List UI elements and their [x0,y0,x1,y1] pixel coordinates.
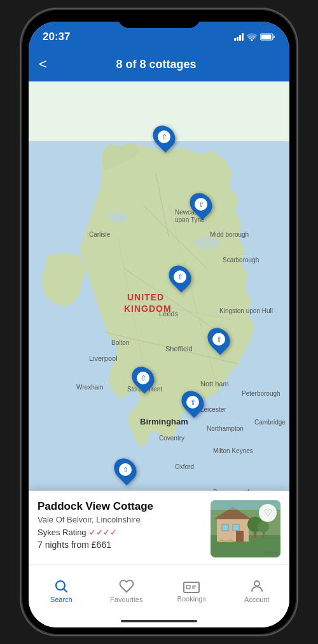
svg-text:Leicester: Leicester [200,406,226,413]
svg-point-12 [194,237,219,249]
svg-rect-2 [273,36,275,38]
svg-point-11 [108,213,127,223]
map-pin-1[interactable]: ⇧ [154,125,174,149]
svg-text:Peterborough: Peterborough [242,390,280,397]
svg-text:Carlisle: Carlisle [89,231,111,238]
cottage-rating: Sykes Rating ✓✓✓✓ [38,528,203,537]
cottage-price: 7 nights from £661 [38,540,203,550]
svg-rect-45 [236,531,244,542]
svg-text:KINGDOM: KINGDOM [124,304,172,314]
search-label: Search [50,596,73,603]
svg-text:Bolton: Bolton [111,339,129,346]
svg-text:Wrexham: Wrexham [76,384,104,391]
cottage-location: Vale Of Belvoir, Lincolnshire [38,515,203,524]
svg-line-55 [64,589,67,592]
phone-shell: 20:37 [22,10,296,634]
map-pin-3[interactable]: ⇧ [170,265,190,289]
svg-rect-43 [222,524,228,531]
back-button[interactable]: < [39,55,52,74]
nav-item-bookings[interactable]: Bookings [159,570,225,612]
svg-text:Liverpool: Liverpool [89,354,118,362]
svg-point-49 [258,521,269,533]
heart-icon [119,578,134,594]
svg-text:Coventry: Coventry [159,435,184,442]
cottage-card[interactable]: Paddock View Cottage Vale Of Belvoir, Li… [29,491,289,564]
phone-screen: 20:37 [29,22,289,627]
battery-icon [260,33,275,41]
map-pin-6[interactable]: ⇧ [183,390,203,414]
wifi-icon [247,33,257,41]
svg-text:Midd borough: Midd borough [210,231,249,238]
account-icon [249,578,265,594]
svg-text:Oxford: Oxford [175,463,194,470]
account-label: Account [244,596,270,603]
bookings-label: Bookings [177,595,206,603]
signal-icon [234,33,244,41]
cottage-info: Paddock View Cottage Vale Of Belvoir, Li… [38,500,203,550]
legal-text: Legal [265,550,277,556]
favourite-button[interactable]: ♡ [259,504,277,522]
bookings-icon [183,579,200,593]
header-title: 8 of 8 cottages [52,58,260,71]
home-indicator [29,615,289,627]
map-pin-5[interactable]: ⇧ [133,366,153,390]
status-icons [234,33,275,41]
svg-text:Scarborough: Scarborough [223,256,259,263]
svg-text:Birmingham: Birmingham [140,417,188,426]
svg-text:Milton Keynes: Milton Keynes [213,447,253,454]
status-time: 20:37 [43,31,70,43]
svg-rect-44 [233,524,239,531]
nav-item-favourites[interactable]: Favourites [94,570,160,612]
svg-text:Northampton: Northampton [207,425,244,432]
favourites-label: Favourites [110,596,142,603]
cottage-image[interactable]: ♡ Legal [211,500,280,557]
cottage-name: Paddock View Cottage [38,500,203,513]
map-pin-4[interactable]: ⇧ [209,327,229,351]
svg-point-60 [254,581,259,586]
svg-text:Sheffield: Sheffield [165,345,193,353]
svg-rect-52 [230,538,232,542]
svg-rect-51 [221,538,223,542]
svg-text:Cambridge: Cambridge [254,419,286,426]
search-icon [53,578,69,594]
app-header: < 8 of 8 cottages [29,50,289,81]
svg-text:UNITED: UNITED [127,292,164,302]
map-container[interactable]: Carlisle Newcastle upon Tyne Midd boroug… [29,81,289,564]
svg-text:Kingston upon Hull: Kingston upon Hull [219,307,273,314]
rating-ticks: ✓✓✓✓ [89,528,117,537]
svg-text:Nott ham: Nott ham [200,380,229,388]
rating-label: Sykes Rating [38,528,86,537]
map-pin-2[interactable]: ⇧ [191,192,211,216]
nav-item-account[interactable]: Account [225,570,290,612]
notch [118,10,200,28]
bottom-nav: Search Favourites Bookings [29,564,289,615]
svg-rect-57 [186,585,190,589]
svg-rect-1 [261,35,272,39]
nav-item-search[interactable]: Search [29,570,94,612]
map-pin-7[interactable]: ⇧ [115,458,135,482]
